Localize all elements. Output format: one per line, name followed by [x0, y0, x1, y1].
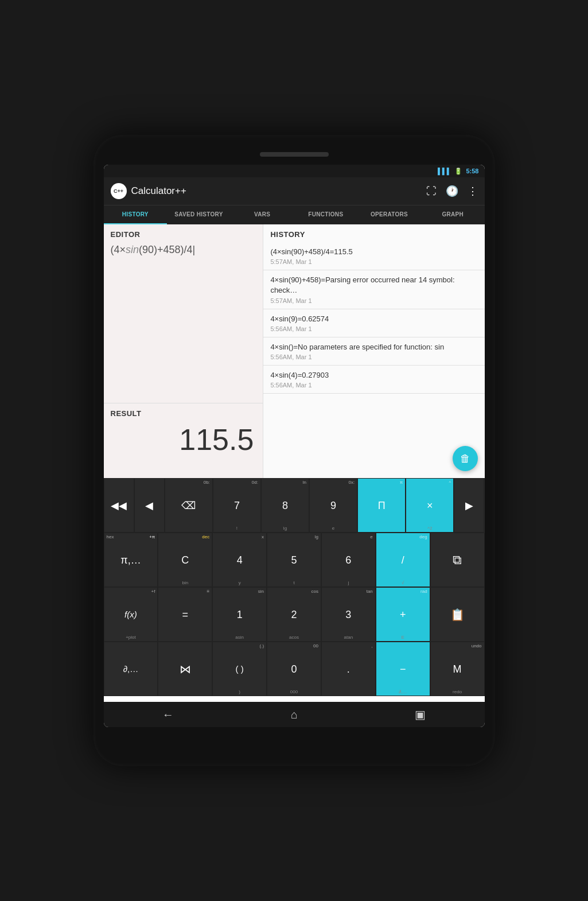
result-section: RESULT 115.5 — [104, 403, 263, 478]
history-expr-0: (4×sin(90)+458)/4=115.5 — [270, 247, 477, 257]
key-paste[interactable]: 📋 — [430, 587, 485, 642]
device: ▌▌▌ 🔋 5:58 C++ Calculator++ ⛶ 🕐 ⋮ HISTOR… — [94, 135, 495, 766]
key-function[interactable]: +ff(x)+plot — [104, 587, 158, 642]
history-expr-1: 4×sin(90)+458)=Parsing error occurred ne… — [270, 275, 477, 296]
history-item-1[interactable]: 4×sin(90)+458)=Parsing error occurred ne… — [263, 270, 484, 309]
key-minus[interactable]: −∂,… — [376, 642, 430, 696]
history-label: HISTORY — [263, 224, 484, 242]
tab-history[interactable]: HISTORY — [104, 205, 168, 224]
key-left[interactable]: ◀ — [134, 478, 165, 533]
key-memory[interactable]: undoMredo — [430, 642, 485, 696]
expand-icon[interactable]: ⛶ — [426, 185, 437, 197]
key-backspace[interactable]: 0b:⌫ — [165, 478, 213, 533]
result-label: RESULT — [111, 409, 256, 418]
key-rewind[interactable]: ◀◀ — [104, 478, 134, 533]
history-time-3: 5:56AM, Mar 1 — [270, 354, 477, 360]
kbd-row-0: ◀◀ ◀ 0b:⌫ 0d:7! ln8lg 0x:9e πΠ ^×^2 ▶ — [104, 478, 485, 533]
key-parens[interactable]: (.)( )) — [212, 642, 267, 696]
key-3[interactable]: tan3atan — [321, 587, 376, 642]
left-panel: EDITOR (4×sin(90)+458)/4| RESULT 115.5 — [104, 224, 264, 478]
key-0[interactable]: 000000 — [267, 642, 321, 696]
history-item-0[interactable]: (4×sin(90)+458)/4=115.5 5:57AM, Mar 1 — [263, 242, 484, 270]
tab-functions[interactable]: FUNCTIONS — [294, 205, 358, 224]
history-item-3[interactable]: 4×sin()=No parameters are specified for … — [263, 337, 484, 366]
history-time-4: 5:56AM, Mar 1 — [270, 382, 477, 389]
keyboard: ◀◀ ◀ 0b:⌫ 0d:7! ln8lg 0x:9e πΠ ^×^2 ▶ he… — [104, 478, 485, 696]
history-item-4[interactable]: 4×sin(4)=0.27903 5:56AM, Mar 1 — [263, 366, 484, 394]
key-6[interactable]: e6j — [321, 533, 376, 587]
tab-saved-history[interactable]: SAVED HISTORY — [167, 205, 231, 224]
key-equals[interactable]: ≡= — [158, 587, 212, 642]
key-pi-big[interactable]: πΠ — [357, 478, 406, 533]
tab-operators[interactable]: OPERATORS — [357, 205, 421, 224]
app-title: Calculator++ — [131, 185, 426, 197]
signal-icon: ▌▌▌ — [438, 168, 451, 174]
nav-bar: ← ⌂ ▣ — [104, 702, 485, 727]
history-time-0: 5:57AM, Mar 1 — [270, 258, 477, 265]
history-expr-3: 4×sin()=No parameters are specified for … — [270, 342, 477, 352]
key-9[interactable]: 0x:9e — [309, 478, 357, 533]
key-2[interactable]: cos2acos — [267, 587, 321, 642]
speaker — [260, 152, 329, 157]
history-icon[interactable]: 🕐 — [446, 185, 458, 197]
app-logo: C++ — [111, 183, 127, 199]
history-expr-2: 4×sin(9)=0.62574 — [270, 314, 477, 324]
key-1[interactable]: sin1asin — [212, 587, 267, 642]
header-icons: ⛶ 🕐 ⋮ — [426, 185, 478, 197]
key-clear[interactable]: decCbin — [158, 533, 212, 587]
history-time-2: 5:56AM, Mar 1 — [270, 325, 477, 332]
key-4[interactable]: x4y — [212, 533, 267, 587]
nav-recents[interactable]: ▣ — [415, 708, 426, 721]
time: 5:58 — [466, 168, 478, 174]
key-7[interactable]: 0d:7! — [213, 478, 261, 533]
key-copy[interactable]: ⧉ — [430, 533, 485, 587]
tabs: HISTORY SAVED HISTORY VARS FUNCTIONS OPE… — [104, 205, 485, 224]
result-value: 115.5 — [111, 422, 256, 457]
right-panel: HISTORY (4×sin(90)+458)/4=115.5 5:57AM, … — [263, 224, 484, 478]
screen: ▌▌▌ 🔋 5:58 C++ Calculator++ ⛶ 🕐 ⋮ HISTOR… — [104, 165, 485, 727]
key-plus[interactable]: rad+E — [376, 587, 430, 642]
kbd-row-2: +ff(x)+plot ≡= sin1asin cos2acos tan3ata… — [104, 587, 485, 642]
nav-back[interactable]: ← — [162, 708, 174, 721]
battery-icon: 🔋 — [454, 168, 462, 175]
key-multiply[interactable]: ^×^2 — [406, 478, 454, 533]
nav-home[interactable]: ⌂ — [291, 708, 298, 721]
key-partial[interactable]: ∂,… — [104, 642, 158, 696]
key-dot[interactable]: ,. — [321, 642, 376, 696]
key-forward[interactable]: ▶ — [454, 478, 484, 533]
key-share[interactable]: ⋈ — [158, 642, 212, 696]
kbd-row-1: hex+ππ,… decCbin x4y lg5t e6j deg/√ ⧉ — [104, 533, 485, 587]
editor-section: EDITOR (4×sin(90)+458)/4| — [104, 224, 263, 403]
key-divide[interactable]: deg/√ — [376, 533, 430, 587]
tab-graph[interactable]: GRAPH — [421, 205, 485, 224]
key-pi-dots[interactable]: hex+ππ,… — [104, 533, 158, 587]
main-area: EDITOR (4×sin(90)+458)/4| RESULT 115.5 H… — [104, 224, 485, 478]
key-5[interactable]: lg5t — [267, 533, 321, 587]
app-header: C++ Calculator++ ⛶ 🕐 ⋮ — [104, 177, 485, 205]
history-item-2[interactable]: 4×sin(9)=0.62574 5:56AM, Mar 1 — [263, 309, 484, 337]
delete-fab[interactable]: 🗑 — [453, 446, 478, 471]
history-expr-4: 4×sin(4)=0.27903 — [270, 370, 477, 380]
kbd-row-3: ∂,… ⋈ (.)( )) 000000 ,. −∂,… undoMredo — [104, 642, 485, 696]
history-time-1: 5:57AM, Mar 1 — [270, 297, 477, 304]
editor-label: EDITOR — [111, 230, 256, 239]
more-icon[interactable]: ⋮ — [468, 185, 478, 197]
tab-vars[interactable]: VARS — [231, 205, 294, 224]
status-bar: ▌▌▌ 🔋 5:58 — [104, 165, 485, 177]
logo-text: C++ — [114, 188, 123, 194]
key-8[interactable]: ln8lg — [261, 478, 309, 533]
editor-expression[interactable]: (4×sin(90)+458)/4| — [111, 242, 256, 258]
